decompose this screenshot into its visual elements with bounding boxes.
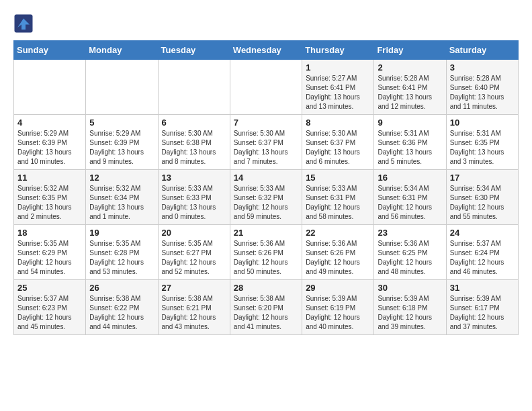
- cell-info: Sunrise: 5:28 AM Sunset: 6:40 PM Dayligh…: [450, 74, 515, 111]
- calendar-cell: 4Sunrise: 5:29 AM Sunset: 6:39 PM Daylig…: [14, 115, 86, 170]
- cell-info: Sunrise: 5:34 AM Sunset: 6:31 PM Dayligh…: [378, 184, 442, 222]
- calendar-cell: 13Sunrise: 5:33 AM Sunset: 6:33 PM Dayli…: [158, 170, 230, 225]
- day-number: 14: [234, 173, 298, 183]
- day-number: 28: [234, 283, 298, 293]
- calendar-table: SundayMondayTuesdayWednesdayThursdayFrid…: [13, 40, 519, 335]
- calendar-cell: 29Sunrise: 5:39 AM Sunset: 6:19 PM Dayli…: [302, 280, 374, 335]
- day-number: 16: [378, 173, 442, 183]
- calendar-cell: 14Sunrise: 5:33 AM Sunset: 6:32 PM Dayli…: [230, 170, 302, 225]
- calendar-cell: [158, 60, 230, 115]
- week-row-1: 1Sunrise: 5:27 AM Sunset: 6:41 PM Daylig…: [14, 60, 519, 115]
- day-number: 2: [378, 62, 442, 73]
- day-number: 8: [306, 118, 370, 128]
- cell-info: Sunrise: 5:36 AM Sunset: 6:26 PM Dayligh…: [306, 239, 370, 277]
- cell-info: Sunrise: 5:38 AM Sunset: 6:21 PM Dayligh…: [162, 294, 226, 332]
- cell-info: Sunrise: 5:29 AM Sunset: 6:39 PM Dayligh…: [89, 129, 154, 167]
- calendar-cell: 6Sunrise: 5:30 AM Sunset: 6:38 PM Daylig…: [158, 115, 230, 170]
- calendar-cell: 27Sunrise: 5:38 AM Sunset: 6:21 PM Dayli…: [158, 280, 230, 335]
- calendar-cell: 2Sunrise: 5:28 AM Sunset: 6:41 PM Daylig…: [374, 60, 446, 115]
- cell-info: Sunrise: 5:35 AM Sunset: 6:27 PM Dayligh…: [162, 239, 226, 277]
- day-number: 26: [89, 283, 154, 293]
- cell-info: Sunrise: 5:39 AM Sunset: 6:18 PM Dayligh…: [378, 294, 442, 332]
- calendar-cell: [230, 60, 302, 115]
- calendar-cell: 12Sunrise: 5:32 AM Sunset: 6:34 PM Dayli…: [86, 170, 158, 225]
- cell-info: Sunrise: 5:33 AM Sunset: 6:33 PM Dayligh…: [162, 184, 226, 222]
- day-number: 6: [162, 118, 226, 128]
- calendar-cell: 24Sunrise: 5:37 AM Sunset: 6:24 PM Dayli…: [446, 225, 518, 280]
- calendar-cell: 15Sunrise: 5:33 AM Sunset: 6:31 PM Dayli…: [302, 170, 374, 225]
- day-number: 4: [17, 118, 82, 128]
- day-number: 20: [162, 228, 226, 238]
- cell-info: Sunrise: 5:35 AM Sunset: 6:28 PM Dayligh…: [89, 239, 154, 277]
- day-number: 12: [89, 173, 154, 183]
- calendar-cell: 17Sunrise: 5:34 AM Sunset: 6:30 PM Dayli…: [446, 170, 518, 225]
- weekday-wednesday: Wednesday: [230, 41, 302, 60]
- day-number: 13: [162, 173, 226, 183]
- page-header: [13, 13, 519, 34]
- day-number: 18: [17, 228, 82, 238]
- cell-info: Sunrise: 5:32 AM Sunset: 6:35 PM Dayligh…: [17, 184, 82, 222]
- day-number: 11: [17, 173, 82, 183]
- day-number: 9: [378, 118, 442, 128]
- cell-info: Sunrise: 5:35 AM Sunset: 6:29 PM Dayligh…: [17, 239, 82, 277]
- weekday-thursday: Thursday: [302, 41, 374, 60]
- cell-info: Sunrise: 5:29 AM Sunset: 6:39 PM Dayligh…: [17, 129, 82, 167]
- calendar-cell: 3Sunrise: 5:28 AM Sunset: 6:40 PM Daylig…: [446, 60, 518, 115]
- cell-info: Sunrise: 5:39 AM Sunset: 6:19 PM Dayligh…: [306, 294, 370, 332]
- day-number: 5: [89, 118, 154, 128]
- cell-info: Sunrise: 5:36 AM Sunset: 6:26 PM Dayligh…: [234, 239, 298, 277]
- day-number: 22: [306, 228, 370, 238]
- cell-info: Sunrise: 5:39 AM Sunset: 6:17 PM Dayligh…: [450, 294, 515, 332]
- weekday-sunday: Sunday: [14, 41, 86, 60]
- cell-info: Sunrise: 5:30 AM Sunset: 6:38 PM Dayligh…: [162, 129, 226, 167]
- calendar-cell: 8Sunrise: 5:30 AM Sunset: 6:37 PM Daylig…: [302, 115, 374, 170]
- cell-info: Sunrise: 5:30 AM Sunset: 6:37 PM Dayligh…: [234, 129, 298, 167]
- week-row-3: 11Sunrise: 5:32 AM Sunset: 6:35 PM Dayli…: [14, 170, 519, 225]
- day-number: 7: [234, 118, 298, 128]
- logo: [13, 13, 36, 34]
- day-number: 25: [17, 283, 82, 293]
- calendar-cell: 19Sunrise: 5:35 AM Sunset: 6:28 PM Dayli…: [86, 225, 158, 280]
- weekday-friday: Friday: [374, 41, 446, 60]
- calendar-cell: 5Sunrise: 5:29 AM Sunset: 6:39 PM Daylig…: [86, 115, 158, 170]
- calendar-cell: 30Sunrise: 5:39 AM Sunset: 6:18 PM Dayli…: [374, 280, 446, 335]
- week-row-5: 25Sunrise: 5:37 AM Sunset: 6:23 PM Dayli…: [14, 280, 519, 335]
- cell-info: Sunrise: 5:31 AM Sunset: 6:35 PM Dayligh…: [450, 129, 515, 167]
- day-number: 10: [450, 118, 515, 128]
- cell-info: Sunrise: 5:33 AM Sunset: 6:32 PM Dayligh…: [234, 184, 298, 222]
- calendar-cell: 18Sunrise: 5:35 AM Sunset: 6:29 PM Dayli…: [14, 225, 86, 280]
- calendar-cell: 11Sunrise: 5:32 AM Sunset: 6:35 PM Dayli…: [14, 170, 86, 225]
- cell-info: Sunrise: 5:32 AM Sunset: 6:34 PM Dayligh…: [89, 184, 154, 222]
- weekday-saturday: Saturday: [446, 41, 518, 60]
- day-number: 3: [450, 62, 515, 73]
- day-number: 29: [306, 283, 370, 293]
- day-number: 31: [450, 283, 515, 293]
- calendar-cell: 1Sunrise: 5:27 AM Sunset: 6:41 PM Daylig…: [302, 60, 374, 115]
- cell-info: Sunrise: 5:31 AM Sunset: 6:36 PM Dayligh…: [378, 129, 442, 167]
- calendar-cell: 22Sunrise: 5:36 AM Sunset: 6:26 PM Dayli…: [302, 225, 374, 280]
- cell-info: Sunrise: 5:34 AM Sunset: 6:30 PM Dayligh…: [450, 184, 515, 222]
- cell-info: Sunrise: 5:38 AM Sunset: 6:22 PM Dayligh…: [89, 294, 154, 332]
- cell-info: Sunrise: 5:27 AM Sunset: 6:41 PM Dayligh…: [306, 74, 370, 111]
- calendar-cell: 7Sunrise: 5:30 AM Sunset: 6:37 PM Daylig…: [230, 115, 302, 170]
- calendar-cell: 16Sunrise: 5:34 AM Sunset: 6:31 PM Dayli…: [374, 170, 446, 225]
- cell-info: Sunrise: 5:37 AM Sunset: 6:23 PM Dayligh…: [17, 294, 82, 332]
- logo-icon: [13, 13, 34, 34]
- calendar-cell: 25Sunrise: 5:37 AM Sunset: 6:23 PM Dayli…: [14, 280, 86, 335]
- week-row-4: 18Sunrise: 5:35 AM Sunset: 6:29 PM Dayli…: [14, 225, 519, 280]
- week-row-2: 4Sunrise: 5:29 AM Sunset: 6:39 PM Daylig…: [14, 115, 519, 170]
- calendar-cell: [14, 60, 86, 115]
- cell-info: Sunrise: 5:28 AM Sunset: 6:41 PM Dayligh…: [378, 74, 442, 111]
- day-number: 17: [450, 173, 515, 183]
- day-number: 24: [450, 228, 515, 238]
- calendar-cell: 31Sunrise: 5:39 AM Sunset: 6:17 PM Dayli…: [446, 280, 518, 335]
- weekday-header-row: SundayMondayTuesdayWednesdayThursdayFrid…: [14, 41, 519, 60]
- cell-info: Sunrise: 5:30 AM Sunset: 6:37 PM Dayligh…: [306, 129, 370, 167]
- calendar-cell: 28Sunrise: 5:38 AM Sunset: 6:20 PM Dayli…: [230, 280, 302, 335]
- cell-info: Sunrise: 5:33 AM Sunset: 6:31 PM Dayligh…: [306, 184, 370, 222]
- day-number: 27: [162, 283, 226, 293]
- day-number: 15: [306, 173, 370, 183]
- calendar-cell: 23Sunrise: 5:36 AM Sunset: 6:25 PM Dayli…: [374, 225, 446, 280]
- calendar-cell: 9Sunrise: 5:31 AM Sunset: 6:36 PM Daylig…: [374, 115, 446, 170]
- day-number: 21: [234, 228, 298, 238]
